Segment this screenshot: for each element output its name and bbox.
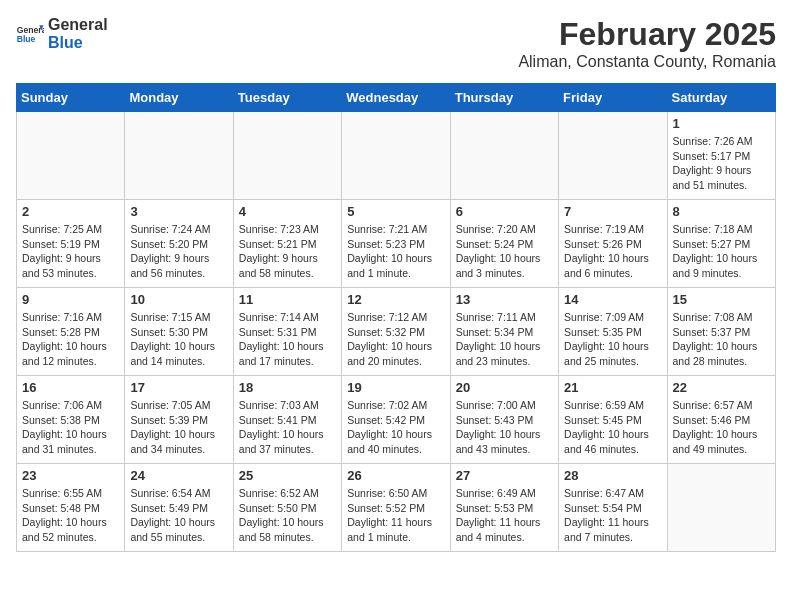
day-number: 6 — [456, 204, 553, 219]
calendar-cell: 9Sunrise: 7:16 AM Sunset: 5:28 PM Daylig… — [17, 288, 125, 376]
calendar-cell — [233, 112, 341, 200]
calendar-cell: 14Sunrise: 7:09 AM Sunset: 5:35 PM Dayli… — [559, 288, 667, 376]
calendar-cell: 12Sunrise: 7:12 AM Sunset: 5:32 PM Dayli… — [342, 288, 450, 376]
calendar-header-row: SundayMondayTuesdayWednesdayThursdayFrid… — [17, 84, 776, 112]
day-number: 3 — [130, 204, 227, 219]
calendar-cell: 28Sunrise: 6:47 AM Sunset: 5:54 PM Dayli… — [559, 464, 667, 552]
calendar-cell: 7Sunrise: 7:19 AM Sunset: 5:26 PM Daylig… — [559, 200, 667, 288]
calendar-header-tuesday: Tuesday — [233, 84, 341, 112]
calendar-cell: 13Sunrise: 7:11 AM Sunset: 5:34 PM Dayli… — [450, 288, 558, 376]
day-number: 24 — [130, 468, 227, 483]
day-info: Sunrise: 7:03 AM Sunset: 5:41 PM Dayligh… — [239, 398, 336, 457]
calendar-cell — [125, 112, 233, 200]
calendar-header-wednesday: Wednesday — [342, 84, 450, 112]
calendar-header-thursday: Thursday — [450, 84, 558, 112]
logo: General Blue General Blue — [16, 16, 108, 51]
calendar-cell — [17, 112, 125, 200]
day-info: Sunrise: 7:25 AM Sunset: 5:19 PM Dayligh… — [22, 222, 119, 281]
calendar-cell: 20Sunrise: 7:00 AM Sunset: 5:43 PM Dayli… — [450, 376, 558, 464]
day-info: Sunrise: 7:23 AM Sunset: 5:21 PM Dayligh… — [239, 222, 336, 281]
calendar-cell — [667, 464, 775, 552]
day-number: 11 — [239, 292, 336, 307]
day-number: 14 — [564, 292, 661, 307]
day-info: Sunrise: 7:08 AM Sunset: 5:37 PM Dayligh… — [673, 310, 770, 369]
day-info: Sunrise: 7:06 AM Sunset: 5:38 PM Dayligh… — [22, 398, 119, 457]
day-number: 22 — [673, 380, 770, 395]
day-number: 4 — [239, 204, 336, 219]
logo-icon: General Blue — [16, 24, 44, 44]
day-number: 17 — [130, 380, 227, 395]
day-info: Sunrise: 7:20 AM Sunset: 5:24 PM Dayligh… — [456, 222, 553, 281]
day-number: 7 — [564, 204, 661, 219]
calendar-cell: 10Sunrise: 7:15 AM Sunset: 5:30 PM Dayli… — [125, 288, 233, 376]
calendar-cell: 25Sunrise: 6:52 AM Sunset: 5:50 PM Dayli… — [233, 464, 341, 552]
day-info: Sunrise: 7:14 AM Sunset: 5:31 PM Dayligh… — [239, 310, 336, 369]
day-info: Sunrise: 7:05 AM Sunset: 5:39 PM Dayligh… — [130, 398, 227, 457]
day-number: 21 — [564, 380, 661, 395]
day-number: 10 — [130, 292, 227, 307]
calendar-cell: 21Sunrise: 6:59 AM Sunset: 5:45 PM Dayli… — [559, 376, 667, 464]
day-number: 12 — [347, 292, 444, 307]
day-info: Sunrise: 7:15 AM Sunset: 5:30 PM Dayligh… — [130, 310, 227, 369]
calendar-week-row: 1Sunrise: 7:26 AM Sunset: 5:17 PM Daylig… — [17, 112, 776, 200]
day-number: 1 — [673, 116, 770, 131]
calendar-cell: 3Sunrise: 7:24 AM Sunset: 5:20 PM Daylig… — [125, 200, 233, 288]
calendar-cell: 24Sunrise: 6:54 AM Sunset: 5:49 PM Dayli… — [125, 464, 233, 552]
day-number: 19 — [347, 380, 444, 395]
calendar-cell: 18Sunrise: 7:03 AM Sunset: 5:41 PM Dayli… — [233, 376, 341, 464]
calendar-week-row: 16Sunrise: 7:06 AM Sunset: 5:38 PM Dayli… — [17, 376, 776, 464]
day-info: Sunrise: 6:55 AM Sunset: 5:48 PM Dayligh… — [22, 486, 119, 545]
day-info: Sunrise: 7:18 AM Sunset: 5:27 PM Dayligh… — [673, 222, 770, 281]
day-info: Sunrise: 7:19 AM Sunset: 5:26 PM Dayligh… — [564, 222, 661, 281]
day-info: Sunrise: 6:47 AM Sunset: 5:54 PM Dayligh… — [564, 486, 661, 545]
day-number: 2 — [22, 204, 119, 219]
calendar-header-friday: Friday — [559, 84, 667, 112]
month-title: February 2025 — [518, 16, 776, 53]
svg-text:Blue: Blue — [17, 34, 36, 44]
calendar-cell: 16Sunrise: 7:06 AM Sunset: 5:38 PM Dayli… — [17, 376, 125, 464]
calendar-cell — [559, 112, 667, 200]
calendar-cell: 8Sunrise: 7:18 AM Sunset: 5:27 PM Daylig… — [667, 200, 775, 288]
calendar-cell: 15Sunrise: 7:08 AM Sunset: 5:37 PM Dayli… — [667, 288, 775, 376]
day-number: 9 — [22, 292, 119, 307]
calendar-cell: 22Sunrise: 6:57 AM Sunset: 5:46 PM Dayli… — [667, 376, 775, 464]
calendar-cell — [450, 112, 558, 200]
day-number: 5 — [347, 204, 444, 219]
day-number: 27 — [456, 468, 553, 483]
calendar-cell: 19Sunrise: 7:02 AM Sunset: 5:42 PM Dayli… — [342, 376, 450, 464]
calendar-cell: 27Sunrise: 6:49 AM Sunset: 5:53 PM Dayli… — [450, 464, 558, 552]
calendar-cell: 2Sunrise: 7:25 AM Sunset: 5:19 PM Daylig… — [17, 200, 125, 288]
day-number: 8 — [673, 204, 770, 219]
calendar-cell: 23Sunrise: 6:55 AM Sunset: 5:48 PM Dayli… — [17, 464, 125, 552]
day-number: 18 — [239, 380, 336, 395]
title-area: February 2025 Aliman, Constanta County, … — [518, 16, 776, 71]
calendar-week-row: 23Sunrise: 6:55 AM Sunset: 5:48 PM Dayli… — [17, 464, 776, 552]
logo-general: General — [48, 16, 108, 34]
day-number: 25 — [239, 468, 336, 483]
logo-blue: Blue — [48, 34, 108, 52]
calendar-cell: 1Sunrise: 7:26 AM Sunset: 5:17 PM Daylig… — [667, 112, 775, 200]
day-info: Sunrise: 7:11 AM Sunset: 5:34 PM Dayligh… — [456, 310, 553, 369]
calendar-cell: 17Sunrise: 7:05 AM Sunset: 5:39 PM Dayli… — [125, 376, 233, 464]
day-info: Sunrise: 6:54 AM Sunset: 5:49 PM Dayligh… — [130, 486, 227, 545]
day-number: 15 — [673, 292, 770, 307]
calendar-cell: 11Sunrise: 7:14 AM Sunset: 5:31 PM Dayli… — [233, 288, 341, 376]
calendar-week-row: 2Sunrise: 7:25 AM Sunset: 5:19 PM Daylig… — [17, 200, 776, 288]
day-number: 13 — [456, 292, 553, 307]
day-number: 16 — [22, 380, 119, 395]
day-number: 20 — [456, 380, 553, 395]
calendar-header-sunday: Sunday — [17, 84, 125, 112]
day-info: Sunrise: 7:12 AM Sunset: 5:32 PM Dayligh… — [347, 310, 444, 369]
calendar-cell: 26Sunrise: 6:50 AM Sunset: 5:52 PM Dayli… — [342, 464, 450, 552]
calendar-cell: 5Sunrise: 7:21 AM Sunset: 5:23 PM Daylig… — [342, 200, 450, 288]
calendar-header-monday: Monday — [125, 84, 233, 112]
day-info: Sunrise: 6:52 AM Sunset: 5:50 PM Dayligh… — [239, 486, 336, 545]
day-info: Sunrise: 6:57 AM Sunset: 5:46 PM Dayligh… — [673, 398, 770, 457]
calendar-table: SundayMondayTuesdayWednesdayThursdayFrid… — [16, 83, 776, 552]
day-info: Sunrise: 6:49 AM Sunset: 5:53 PM Dayligh… — [456, 486, 553, 545]
day-info: Sunrise: 7:16 AM Sunset: 5:28 PM Dayligh… — [22, 310, 119, 369]
calendar-header-saturday: Saturday — [667, 84, 775, 112]
day-number: 28 — [564, 468, 661, 483]
day-info: Sunrise: 6:59 AM Sunset: 5:45 PM Dayligh… — [564, 398, 661, 457]
day-info: Sunrise: 7:02 AM Sunset: 5:42 PM Dayligh… — [347, 398, 444, 457]
